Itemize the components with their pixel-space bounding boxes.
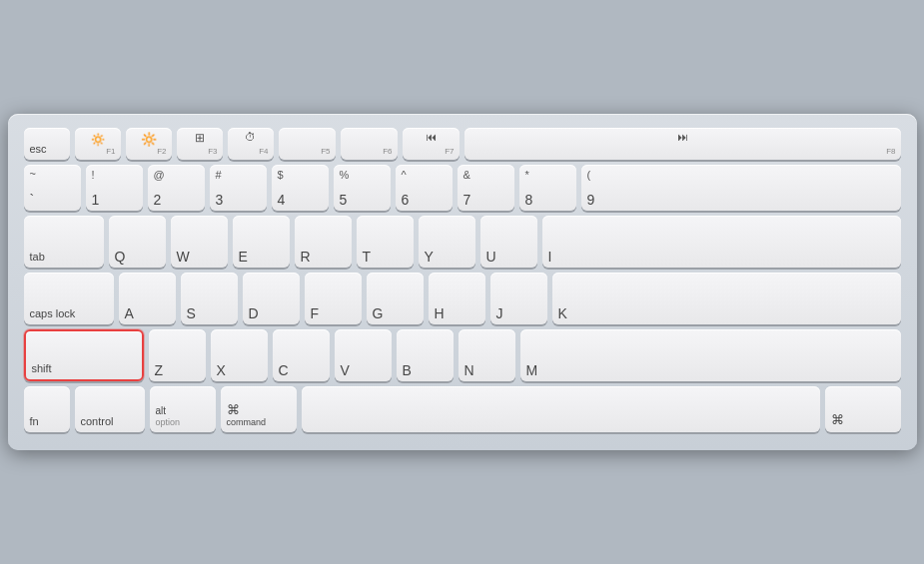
key-a[interactable]: A	[119, 273, 176, 324]
key-9[interactable]: ( 9	[581, 165, 901, 211]
key-backtick[interactable]: ~ `	[24, 165, 81, 211]
key-fn[interactable]: fn	[24, 386, 70, 432]
key-tab[interactable]: tab	[24, 216, 104, 268]
key-2[interactable]: @ 2	[148, 165, 205, 211]
zxcv-key-row: shift Z X C V B N M	[24, 329, 901, 381]
key-k[interactable]: K	[552, 273, 901, 324]
key-shift-left[interactable]: shift	[24, 329, 144, 381]
key-q[interactable]: Q	[109, 216, 166, 268]
key-option[interactable]: alt option	[150, 386, 216, 432]
key-command-right[interactable]: ⌘	[825, 386, 901, 432]
key-u[interactable]: U	[480, 216, 537, 268]
key-b[interactable]: B	[397, 329, 454, 381]
key-f6[interactable]: F6	[341, 128, 398, 160]
key-s[interactable]: S	[181, 273, 238, 324]
key-f2[interactable]: 🔆 F2	[126, 128, 172, 160]
key-command[interactable]: ⌘ command	[221, 386, 297, 432]
key-j[interactable]: J	[490, 273, 547, 324]
key-y[interactable]: Y	[419, 216, 475, 268]
key-f4[interactable]: ⏱ F4	[228, 128, 274, 160]
key-4[interactable]: $ 4	[272, 165, 329, 211]
fn-key-row: esc 🔅 F1 🔆 F2 ⊞ F3 ⏱ F4 F5 F6	[24, 128, 901, 160]
key-f3[interactable]: ⊞ F3	[177, 128, 223, 160]
key-3[interactable]: # 3	[210, 165, 267, 211]
key-f7[interactable]: ⏮ F7	[403, 128, 460, 160]
key-w[interactable]: W	[171, 216, 228, 268]
key-7[interactable]: & 7	[458, 165, 514, 211]
key-f5[interactable]: F5	[279, 128, 336, 160]
key-f1[interactable]: 🔅 F1	[75, 128, 121, 160]
key-f8[interactable]: ⏭ F8	[464, 128, 901, 160]
key-e[interactable]: E	[233, 216, 290, 268]
key-v[interactable]: V	[335, 329, 392, 381]
key-1[interactable]: ! 1	[86, 165, 143, 211]
key-z[interactable]: Z	[149, 329, 206, 381]
key-n[interactable]: N	[459, 329, 515, 381]
key-h[interactable]: H	[429, 273, 485, 324]
bottom-key-row: fn control alt option ⌘ command ⌘	[24, 386, 901, 432]
key-t[interactable]: T	[357, 216, 414, 268]
key-5[interactable]: % 5	[334, 165, 391, 211]
keyboard: esc 🔅 F1 🔆 F2 ⊞ F3 ⏱ F4 F5 F6	[8, 114, 917, 450]
key-x[interactable]: X	[211, 329, 268, 381]
number-key-row: ~ ` ! 1 @ 2 # 3 $ 4 % 5 ^ 6	[24, 165, 901, 211]
key-f[interactable]: F	[305, 273, 362, 324]
key-control[interactable]: control	[75, 386, 145, 432]
key-d[interactable]: D	[243, 273, 300, 324]
key-m[interactable]: M	[520, 329, 901, 381]
key-spacebar[interactable]	[302, 386, 820, 432]
qwerty-key-row: tab Q W E R T Y U I	[24, 216, 901, 268]
key-i[interactable]: I	[542, 216, 901, 268]
key-8[interactable]: * 8	[519, 165, 576, 211]
key-esc[interactable]: esc	[24, 128, 70, 160]
key-g[interactable]: G	[367, 273, 424, 324]
key-caps-lock[interactable]: caps lock	[24, 273, 114, 324]
key-c[interactable]: C	[273, 329, 330, 381]
asdf-key-row: caps lock A S D F G H J K	[24, 273, 901, 324]
key-6[interactable]: ^ 6	[396, 165, 453, 211]
key-r[interactable]: R	[295, 216, 352, 268]
